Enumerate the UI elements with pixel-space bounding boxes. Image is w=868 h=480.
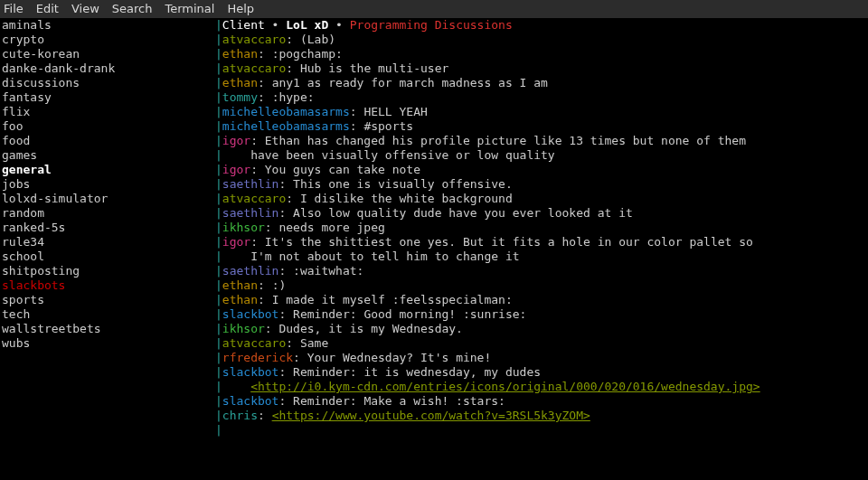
message-cell: ethan: I made it myself :feelsspecialman… — [222, 293, 868, 307]
channel-lolxd-simulator[interactable]: lolxd-simulator — [2, 192, 108, 205]
username: atvaccaro — [222, 61, 286, 75]
column-separator: | — [215, 235, 222, 249]
channel-food[interactable]: food — [2, 134, 30, 147]
menu-item-view[interactable]: View — [71, 2, 99, 16]
menu-item-file[interactable]: File — [4, 2, 24, 16]
channel-general[interactable]: general — [2, 163, 52, 176]
channel-random[interactable]: random — [2, 206, 44, 220]
terminal-row: school| I'm not about to tell him to cha… — [0, 249, 868, 264]
channel-wallstreetbets[interactable]: wallstreetbets — [2, 322, 101, 335]
message-text: Same — [300, 336, 328, 350]
username-sep: : — [278, 365, 293, 379]
username-sep: : — [258, 409, 272, 422]
username: saethlin — [222, 264, 279, 278]
terminal-row: wallstreetbets|ikhsor: Dudes, it is my W… — [0, 322, 868, 336]
username-sep: : — [278, 264, 293, 278]
channel-cell: danke-dank-drank — [0, 61, 215, 76]
header-segment: • — [265, 18, 286, 32]
terminal-row: |slackbot: Reminder: it is wednesday, my… — [0, 365, 868, 380]
message-cell: chris: <https://www.youtube.com/watch?v=… — [222, 409, 868, 423]
message-cell: slackbot: Reminder: Good morning! :sunri… — [222, 307, 868, 322]
username-sep: : — [250, 163, 265, 176]
column-separator: | — [215, 163, 222, 177]
username: tommy — [222, 90, 258, 104]
channel-slackbots[interactable]: slackbots — [2, 278, 65, 292]
message-text: Reminder: Make a wish! :stars: — [293, 394, 505, 408]
channel-shitposting[interactable]: shitposting — [2, 264, 80, 278]
terminal-row: ranked-5s|ikhsor: needs more jpeg — [0, 221, 868, 235]
username: ethan — [222, 293, 258, 306]
channel-sports[interactable]: sports — [2, 293, 44, 306]
username-sep: : — [286, 336, 300, 350]
terminal-row: aminals|Client • LoL xD • Programming Di… — [0, 18, 868, 33]
channel-cell: discussions — [0, 76, 215, 90]
message-text: You guys can take note — [265, 163, 420, 176]
channel-cell: sports — [0, 293, 215, 307]
column-separator: | — [215, 293, 222, 307]
message-text: HELL YEAH — [363, 105, 427, 118]
message-text: I'm not about to tell him to change it — [250, 249, 519, 263]
message-cell: ethan: :) — [222, 278, 868, 293]
channel-fantasy[interactable]: fantasy — [2, 90, 52, 104]
menu-item-help[interactable]: Help — [227, 2, 254, 16]
username: ikhsor — [222, 221, 265, 234]
username: ethan — [222, 76, 258, 89]
menu-item-edit[interactable]: Edit — [36, 2, 59, 16]
message-text[interactable]: <https://www.youtube.com/watch?v=3RSL5k3… — [272, 409, 590, 422]
username: atvaccaro — [222, 336, 286, 350]
username-sep: : — [265, 221, 279, 234]
channel-discussions[interactable]: discussions — [2, 76, 80, 89]
terminal-row: | — [0, 423, 868, 438]
message-text: It's the shittiest one yes. But it fits … — [265, 235, 753, 249]
username-sep: : — [293, 351, 307, 364]
message-text: Dudes, it is my Wednesday. — [278, 322, 463, 335]
column-separator: | — [215, 322, 222, 336]
message-cell: atvaccaro: (Lab) — [222, 33, 868, 47]
column-separator: | — [215, 394, 222, 409]
channel-cell: jobs — [0, 177, 215, 192]
channel-ranked-5s[interactable]: ranked-5s — [2, 221, 65, 234]
terminal[interactable]: aminals|Client • LoL xD • Programming Di… — [0, 18, 868, 480]
channel-danke-dank-drank[interactable]: danke-dank-drank — [2, 61, 115, 75]
menu-item-terminal[interactable]: Terminal — [165, 2, 214, 16]
menu-item-search[interactable]: Search — [112, 2, 153, 16]
terminal-row: wubs|atvaccaro: Same — [0, 336, 868, 351]
terminal-row: danke-dank-drank|atvaccaro: Hub is the m… — [0, 61, 868, 76]
message-text[interactable]: <http://i0.kym-cdn.com/entries/icons/ori… — [250, 380, 760, 393]
message-cell: tommy: :hype: — [222, 90, 868, 105]
message-text: I dislike the white background — [300, 192, 513, 205]
username: atvaccaro — [222, 192, 286, 205]
terminal-row: random|saethlin: Also low quality dude h… — [0, 206, 868, 221]
column-separator: | — [215, 221, 222, 235]
message-cell: igor: It's the shittiest one yes. But it… — [222, 235, 868, 249]
username: igor — [222, 235, 250, 249]
channel-wubs[interactable]: wubs — [2, 336, 30, 350]
channel-aminals[interactable]: aminals — [2, 18, 52, 32]
channel-cell: school — [0, 249, 215, 264]
channel-cell: cute-korean — [0, 47, 215, 61]
channel-cute-korean[interactable]: cute-korean — [2, 47, 80, 61]
terminal-row: food|igor: Ethan has changed his profile… — [0, 134, 868, 148]
column-separator: | — [215, 278, 222, 293]
message-cell — [222, 423, 868, 438]
channel-school[interactable]: school — [2, 249, 44, 263]
username-sep: : — [250, 235, 265, 249]
username-sep: : — [265, 322, 279, 335]
channel-rule34[interactable]: rule34 — [2, 235, 44, 249]
channel-foo[interactable]: foo — [2, 119, 23, 133]
message-text: Ethan has changed his profile picture li… — [265, 134, 746, 147]
channel-tech[interactable]: tech — [2, 307, 30, 321]
channel-cell — [0, 409, 215, 423]
channel-crypto[interactable]: crypto — [2, 33, 44, 46]
channel-cell: rule34 — [0, 235, 215, 249]
continuation-indent — [222, 380, 250, 393]
username-sep: : — [258, 76, 272, 89]
terminal-row: fantasy|tommy: :hype: — [0, 90, 868, 105]
header-segment: • — [328, 18, 349, 32]
column-separator: | — [215, 90, 222, 105]
channel-jobs[interactable]: jobs — [2, 177, 30, 191]
column-separator: | — [215, 105, 222, 119]
channel-flix[interactable]: flix — [2, 105, 30, 118]
channel-games[interactable]: games — [2, 148, 37, 162]
channel-cell — [0, 394, 215, 409]
